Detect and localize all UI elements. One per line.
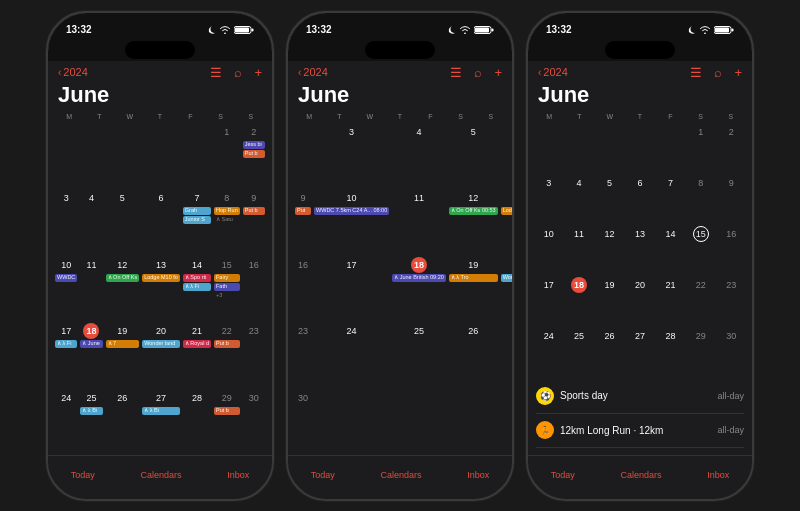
event-pill[interactable]: Grah: [183, 207, 211, 215]
event-pill[interactable]: ∧ 7: [106, 340, 140, 348]
calendar-day[interactable]: 26: [105, 389, 141, 455]
calendar-day[interactable]: 12∧ On Off Ks: [105, 256, 141, 322]
year-back-button[interactable]: ‹ 2024: [58, 66, 88, 78]
calendar-day[interactable]: 22: [686, 276, 715, 326]
event-pill[interactable]: Put b: [243, 207, 265, 215]
calendar-day[interactable]: 16: [294, 256, 312, 322]
calendar-day[interactable]: 18∧ June: [79, 322, 103, 388]
calendar-day[interactable]: 20Wonder land: [141, 322, 181, 388]
calendar-day[interactable]: 16: [242, 256, 266, 322]
event-pill[interactable]: WWDC: [55, 274, 77, 282]
event-pill[interactable]: Put b: [214, 340, 240, 348]
event-pill[interactable]: Wonder land 13:00: [501, 274, 512, 282]
tab-inbox[interactable]: Inbox: [227, 470, 249, 480]
calendar-day[interactable]: 10WWDC: [54, 256, 78, 322]
calendar-day[interactable]: 11: [391, 189, 447, 255]
calendar-day[interactable]: 24: [54, 389, 78, 455]
calendar-day[interactable]: 3: [54, 189, 78, 255]
calendar-day[interactable]: 19: [595, 276, 624, 326]
calendar-day[interactable]: 6: [500, 123, 512, 189]
calendar-day[interactable]: 19∧ 7: [105, 322, 141, 388]
tab-calendars[interactable]: Calendars: [620, 470, 661, 480]
calendar-day[interactable]: 12∧ On Off Ks 00:53: [448, 189, 499, 255]
calendar-day[interactable]: 14∧ Spo rti∧ λ Fi: [182, 256, 212, 322]
add-icon[interactable]: +: [254, 65, 262, 80]
tab-today[interactable]: Today: [311, 470, 335, 480]
event-pill[interactable]: ∧ Satu: [214, 216, 240, 224]
tab-calendars[interactable]: Calendars: [140, 470, 181, 480]
inbox-icon[interactable]: ☰: [690, 65, 702, 80]
calendar-day[interactable]: 9Put b: [242, 189, 266, 255]
calendar-day[interactable]: 9: [717, 174, 746, 224]
calendar-day[interactable]: 17: [313, 256, 390, 322]
event-pill[interactable]: Put b: [243, 150, 265, 158]
detail-event-row[interactable]: ⚽Sports dayall-day: [536, 385, 744, 407]
calendar-day[interactable]: 4: [564, 174, 593, 224]
tab-today[interactable]: Today: [551, 470, 575, 480]
calendar-day[interactable]: 18∧ June British 09:20: [391, 256, 447, 322]
calendar-day[interactable]: 5: [448, 123, 499, 189]
tab-inbox[interactable]: Inbox: [467, 470, 489, 480]
inbox-icon[interactable]: ☰: [450, 65, 462, 80]
calendar-day[interactable]: 15: [686, 225, 715, 275]
calendar-day[interactable]: 2: [717, 123, 746, 173]
calendar-day[interactable]: 26: [448, 322, 499, 388]
event-pill[interactable]: +3: [214, 292, 240, 300]
calendar-day[interactable]: 10: [534, 225, 563, 275]
event-pill[interactable]: ∧ June British 09:20: [392, 274, 446, 282]
calendar-day[interactable]: 29: [686, 327, 715, 377]
event-pill[interactable]: Fath: [214, 283, 240, 291]
calendar-day[interactable]: 13Lodge M10 fo: [141, 256, 181, 322]
event-pill[interactable]: Put b: [214, 407, 240, 415]
calendar-day[interactable]: 26: [595, 327, 624, 377]
calendar-day[interactable]: 22Put b: [213, 322, 241, 388]
calendar-day[interactable]: 16: [717, 225, 746, 275]
tab-today[interactable]: Today: [71, 470, 95, 480]
calendar-day[interactable]: 12: [595, 225, 624, 275]
calendar-day[interactable]: 15FairyFath+3: [213, 256, 241, 322]
calendar-day[interactable]: 3: [534, 174, 563, 224]
event-pill[interactable]: ∧ λ Bi: [142, 407, 180, 415]
tab-calendars[interactable]: Calendars: [380, 470, 421, 480]
calendar-day[interactable]: 7: [656, 174, 685, 224]
calendar-day[interactable]: 18: [564, 276, 593, 326]
search-icon[interactable]: ⌕: [474, 65, 482, 80]
year-back-button[interactable]: ‹ 2024: [538, 66, 568, 78]
event-pill[interactable]: Junior S: [183, 216, 211, 224]
calendar-day[interactable]: 1: [213, 123, 241, 189]
calendar-day[interactable]: 11: [564, 225, 593, 275]
tab-inbox[interactable]: Inbox: [707, 470, 729, 480]
event-pill[interactable]: ∧ λ Fi: [183, 283, 211, 291]
calendar-day[interactable]: 1: [686, 123, 715, 173]
calendar-day[interactable]: 25: [564, 327, 593, 377]
calendar-day[interactable]: 8Hop Run∧ Satu: [213, 189, 241, 255]
inbox-icon[interactable]: ☰: [210, 65, 222, 80]
calendar-day[interactable]: 6: [141, 189, 181, 255]
calendar-day[interactable]: 5: [595, 174, 624, 224]
calendar-day[interactable]: 25: [391, 322, 447, 388]
calendar-day[interactable]: 4: [79, 189, 103, 255]
search-icon[interactable]: ⌕: [714, 65, 722, 80]
calendar-day[interactable]: 27∧ λ Bi: [141, 389, 181, 455]
event-pill[interactable]: ∧ Spo rti: [183, 274, 211, 282]
event-pill[interactable]: Jess bi: [243, 141, 265, 149]
calendar-day[interactable]: 9Put: [294, 189, 312, 255]
calendar-day[interactable]: 10WWDC 7.5km C24 A... 08:00: [313, 189, 390, 255]
calendar-day[interactable]: 3: [313, 123, 390, 189]
search-icon[interactable]: ⌕: [234, 65, 242, 80]
calendar-day[interactable]: 23: [294, 322, 312, 388]
event-pill[interactable]: ∧ Royal d: [183, 340, 211, 348]
event-pill[interactable]: Put: [295, 207, 311, 215]
calendar-day[interactable]: 30: [717, 327, 746, 377]
event-pill[interactable]: Lodge M10 fo: [142, 274, 180, 282]
calendar-day[interactable]: 14: [656, 225, 685, 275]
calendar-day[interactable]: 20: [625, 276, 654, 326]
event-pill[interactable]: ∧ λ Bi: [80, 407, 102, 415]
add-icon[interactable]: +: [494, 65, 502, 80]
calendar-day[interactable]: 8: [686, 174, 715, 224]
calendar-day[interactable]: 27: [500, 322, 512, 388]
calendar-day[interactable]: 28: [182, 389, 212, 455]
event-pill[interactable]: Lodge M10 fo 09:00: [501, 207, 512, 215]
calendar-day[interactable]: 29Put b: [213, 389, 241, 455]
calendar-day[interactable]: 30: [294, 389, 312, 455]
